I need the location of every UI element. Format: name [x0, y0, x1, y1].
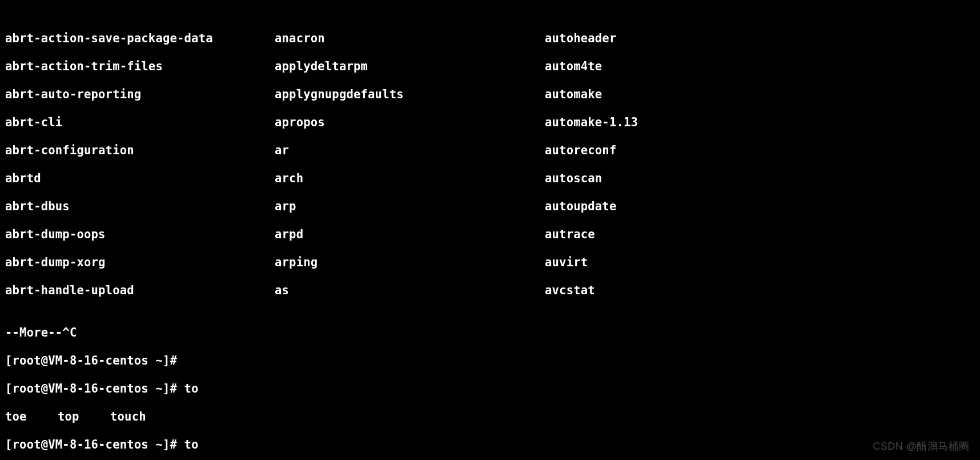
more-prompt: --More--^C	[5, 326, 975, 340]
prompt-line: [root@VM-8-16-centos ~]#	[5, 354, 975, 368]
cmd-list-block: abrt-action-save-package-dataanacronauto…	[5, 18, 975, 312]
watermark-text: CSDN @醋溜马桶圈	[873, 439, 970, 454]
terminal-output[interactable]: abrt-action-save-package-dataanacronauto…	[0, 0, 980, 460]
prompt-line: [root@VM-8-16-centos ~]# to	[5, 382, 975, 396]
completion-row: toetoptouch	[5, 410, 975, 424]
prompt-line: [root@VM-8-16-centos ~]# to	[5, 438, 975, 452]
